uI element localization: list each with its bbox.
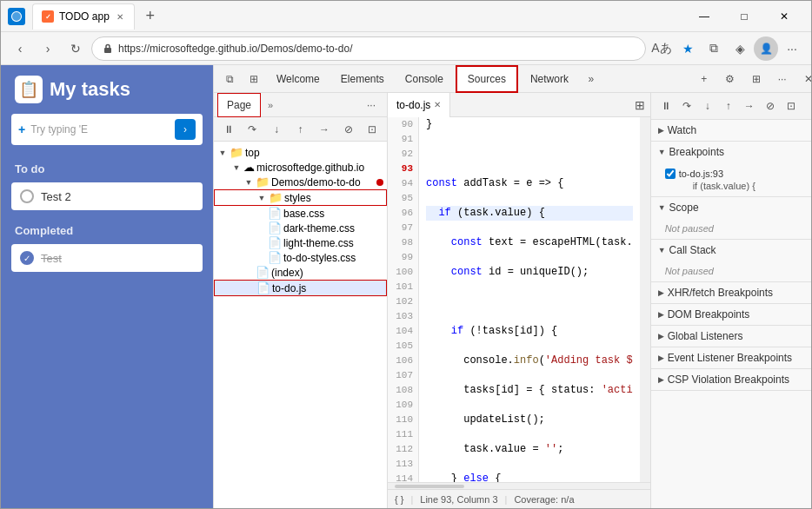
deactivate-breakpoints-button[interactable]: ⊘ [337,117,360,142]
profile-button[interactable]: 👤 [754,36,778,61]
settings-more-button[interactable]: ··· [780,36,804,61]
add-task-input[interactable] [30,123,170,136]
translate-button[interactable]: Aあ [649,36,674,61]
maximize-button[interactable]: □ [724,1,764,32]
xhr-breakpoints-label: XHR/fetch Breakpoints [668,287,773,299]
devtools-panel: ⧉ ⊞ Welcome Elements Console Sources Net… [213,65,811,508]
title-bar: ✓ TODO app ✕ + — □ ✕ [1,1,811,32]
watch-header[interactable]: ▶ Watch [651,120,811,141]
step-out-button[interactable]: ↑ [290,117,312,142]
task-checkbox-1[interactable] [20,189,34,203]
tab-console[interactable]: Console [395,65,454,93]
scrollbar-horizontal[interactable] [388,482,650,489]
add-task-bar: + › [11,114,203,145]
pause-btn[interactable]: ⏸ [656,96,676,116]
close-button[interactable]: ✕ [764,1,804,32]
tree-item-base-css[interactable]: 📄 base.css [214,206,387,221]
back-button[interactable]: ‹ [8,36,32,61]
step-over-button[interactable]: ↷ [242,117,264,142]
xhr-arrow-icon: ▶ [658,288,664,297]
subtab-more-options[interactable]: ··· [359,93,383,117]
devtools-toggle-button[interactable]: ⧉ [217,67,242,91]
breakpoint-condition-1: if (task.value) { [679,181,755,191]
tree-item-domain[interactable]: ▼ ☁ microsoftedge.github.io [214,160,387,175]
editor-tab-todo-js[interactable]: to-do.js ✕ [388,93,450,117]
tab-close-btn[interactable]: ✕ [115,10,125,23]
forward-button[interactable]: › [36,36,60,61]
address-bar[interactable]: https://microsoftedge.github.io/Demos/de… [91,36,646,61]
task-item-1[interactable]: Test 2 [11,182,203,210]
breakpoints-header[interactable]: ▼ Breakpoints [651,142,811,162]
tree-item-top[interactable]: ▼ 📁 top [214,145,387,160]
async-btn[interactable]: ⊡ [782,96,801,116]
scope-label: Scope [669,202,699,214]
tree-item-index[interactable]: 📄 (index) [214,265,387,280]
tree-item-light-theme[interactable]: 📄 light-theme.css [214,235,387,250]
step-over-btn[interactable]: ↷ [677,96,696,116]
breakpoint-checkbox-1[interactable] [665,169,676,179]
pause-exceptions-button[interactable]: ⊡ [361,117,383,142]
step-button[interactable]: → [313,117,336,142]
event-breakpoints-header[interactable]: ▶ Event Listener Breakpoints [651,347,811,368]
code-content[interactable]: } const addTask = e => { if (task.value)… [419,117,640,482]
scope-content: Not paused [651,218,811,239]
tab-welcome[interactable]: Welcome [266,65,330,93]
tab-elements[interactable]: Elements [330,65,395,93]
pause-resume-button[interactable]: ⏸ [217,117,240,142]
tree-item-dark-theme[interactable]: 📄 dark-theme.css [214,221,387,235]
continue-btn[interactable]: → [740,96,759,116]
favorites-button[interactable]: ★ [676,36,700,61]
devtools-dock-button[interactable]: ⊞ [744,67,769,91]
browser-window: ✓ TODO app ✕ + — □ ✕ ‹ › ↻ https://micro… [0,0,812,509]
browser-icon [8,8,25,25]
editor-tab-close[interactable]: ✕ [434,100,441,109]
tree-label-light-theme: light-theme.css [283,237,354,249]
task-checkbox-2[interactable]: ✓ [20,251,34,265]
global-listeners-header[interactable]: ▶ Global Listeners [651,326,811,347]
app-logo: 📋 [15,76,43,103]
minimize-button[interactable]: — [684,1,724,32]
folder-icon-top: 📁 [230,146,243,159]
step-out-btn[interactable]: ↑ [719,96,738,116]
add-task-send-button[interactable]: › [175,119,196,140]
step-into-btn[interactable]: ↓ [698,96,717,116]
devtools-add-button[interactable]: + [692,67,716,91]
scrollbar-vertical[interactable] [640,117,650,482]
page-subtab[interactable]: Page [217,93,261,117]
add-task-plus-icon: + [18,122,25,136]
devtools-settings-button[interactable]: ⚙ [718,67,742,91]
devtools-close-button[interactable]: ✕ [796,67,811,91]
browser-wallet-button[interactable]: ◈ [728,36,752,61]
more-subtabs-button[interactable]: » [264,100,276,110]
tab-sources[interactable]: Sources [456,65,518,93]
browser-tab[interactable]: ✓ TODO app ✕ [32,3,135,30]
more-tabs-button[interactable]: » [579,67,603,91]
pretty-print-button[interactable]: ⊞ [629,95,650,116]
task-item-2[interactable]: ✓ Test [11,244,203,272]
collections-button[interactable]: ⧉ [702,36,726,61]
sources-left-panel: Page » ··· ⏸ ↷ ↓ ↑ → ⊘ ⊡ [214,93,388,508]
tree-item-todo-styles[interactable]: 📄 to-do-styles.css [214,250,387,265]
section-dom-breakpoints: ▶ DOM Breakpoints [651,304,811,326]
new-tab-button[interactable]: + [138,4,163,29]
tree-item-styles[interactable]: ▼ 📁 styles [214,189,387,206]
deactivate-btn[interactable]: ⊘ [761,96,780,116]
devtools-more-button[interactable]: ··· [770,67,795,91]
xhr-breakpoints-header[interactable]: ▶ XHR/fetch Breakpoints [651,282,811,303]
breakpoint-indicator-demos [376,179,383,186]
call-stack-header[interactable]: ▼ Call Stack [651,240,811,261]
devtools-responsive-button[interactable]: ⊞ [242,67,266,91]
scope-header[interactable]: ▼ Scope [651,197,811,218]
tab-network[interactable]: Network [520,65,579,93]
step-into-button[interactable]: ↓ [265,117,288,142]
refresh-button[interactable]: ↻ [63,36,88,61]
breakpoint-file-1: to-do.js:93 [679,168,755,181]
tree-item-todo-js[interactable]: 📄 to-do.js [214,280,387,296]
csp-breakpoints-header[interactable]: ▶ CSP Violation Breakpoints [651,369,811,390]
app-title: My tasks [50,78,130,101]
sources-toolbar: ⏸ ↷ ↓ ↑ → ⊘ ⊡ [214,117,387,142]
file-icon-light-theme: 📄 [268,236,282,249]
csp-breakpoints-label: CSP Violation Breakpoints [668,373,789,386]
dom-breakpoints-header[interactable]: ▶ DOM Breakpoints [651,304,811,325]
tree-item-demos[interactable]: ▼ 📁 Demos/demo-to-do [214,175,387,189]
